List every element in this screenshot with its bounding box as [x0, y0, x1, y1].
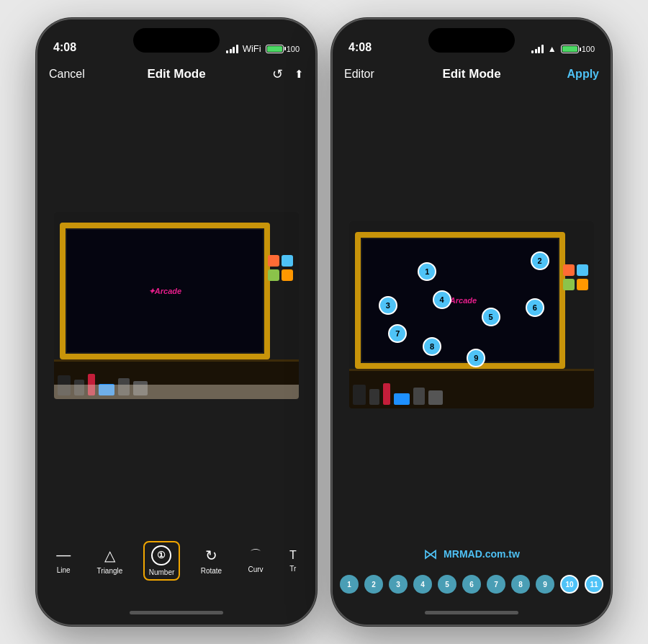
shelf-bottom-right	[349, 369, 594, 408]
photo-right: ✦Arcade	[349, 221, 594, 408]
wifi-icon-left: WiFi	[243, 43, 261, 54]
line-label: Line	[57, 566, 71, 574]
signal-icon-right	[531, 45, 544, 53]
app-icon-row-r1	[563, 264, 588, 276]
badge-8[interactable]: 8	[423, 337, 441, 356]
app-icon-4	[282, 269, 293, 281]
number-label: Number	[149, 568, 175, 576]
num-btn-9[interactable]: 9	[536, 575, 554, 594]
app-icon-r1	[563, 264, 575, 276]
tool-curve[interactable]: ⌒ Curv	[243, 543, 269, 578]
num-btn-8[interactable]: 8	[511, 575, 530, 594]
nav-actions-left: ↺ ⬆	[240, 66, 305, 82]
dynamic-island-left	[133, 28, 220, 53]
home-indicator-left	[37, 600, 315, 625]
badge-4[interactable]: 4	[433, 290, 451, 309]
home-bar-right	[425, 611, 518, 614]
number-icon: ①	[151, 545, 171, 565]
badge-5[interactable]: 5	[482, 308, 500, 326]
text-label: Tr	[289, 565, 296, 573]
image-area-left: ✦Arcade	[37, 96, 315, 515]
rotate-icon: ↻	[205, 547, 217, 564]
product-r5	[413, 388, 425, 405]
tool-rotate[interactable]: ↻ Rotate	[195, 542, 228, 579]
numbers-strip: 1 2 3 4 5 6 7 8 9 10 11	[333, 568, 611, 600]
brand-logo-icon: ⋈	[423, 545, 438, 563]
editor-button[interactable]: Editor	[344, 68, 408, 81]
nav-bar-left: Cancel Edit Mode ↺ ⬆	[37, 58, 315, 90]
nav-bar-right: Editor Edit Mode Apply	[333, 58, 611, 90]
num-btn-1[interactable]: 1	[340, 575, 359, 594]
badge-6[interactable]: 6	[526, 298, 544, 317]
left-phone-screen: 4:08 WiFi 100	[37, 19, 315, 625]
tools-row-left: — Line △ Triangle ① Number ↻ Rotate	[37, 521, 315, 600]
tool-number[interactable]: ① Number	[143, 541, 181, 581]
product-r2	[369, 389, 379, 405]
nav-actions-right: Apply	[536, 68, 600, 81]
app-icons-left	[268, 255, 293, 281]
badge-3[interactable]: 3	[379, 296, 397, 315]
bottom-toolbar-left: — Line △ Triangle ① Number ↻ Rotate	[37, 521, 315, 600]
tool-triangle[interactable]: △ Triangle	[91, 542, 129, 579]
app-icon-row-1	[268, 255, 293, 267]
curve-icon: ⌒	[250, 547, 261, 563]
text-icon: T	[289, 549, 297, 562]
brand-text: MRMAD.com.tw	[444, 548, 520, 560]
photo-left: ✦Arcade	[54, 212, 299, 399]
num-btn-2[interactable]: 2	[364, 575, 383, 594]
app-icon-row-2	[268, 269, 293, 281]
floor-area-left	[54, 385, 299, 399]
signal-icon-left	[226, 45, 238, 53]
product-r3	[383, 383, 390, 405]
app-icon-1	[268, 255, 279, 267]
apply-button[interactable]: Apply	[567, 68, 599, 81]
product-r1	[353, 385, 366, 405]
dynamic-island-right	[428, 28, 515, 53]
num-btn-4[interactable]: 4	[413, 575, 432, 594]
badge-9[interactable]: 9	[467, 349, 485, 367]
curve-label: Curv	[248, 565, 264, 573]
status-icons-right: ▲ 100	[531, 44, 595, 54]
tv-screen-left: ✦Arcade	[67, 230, 263, 352]
tool-text[interactable]: T Tr	[284, 545, 302, 577]
app-icon-r3	[563, 279, 575, 290]
rotate-label: Rotate	[201, 567, 222, 575]
num-btn-10[interactable]: 10	[560, 575, 579, 594]
badge-2[interactable]: 2	[531, 251, 549, 270]
status-icons-left: WiFi 100	[226, 43, 300, 54]
line-icon: —	[56, 547, 71, 563]
photo-content-right: ✦Arcade	[349, 221, 594, 408]
num-btn-7[interactable]: 7	[487, 575, 505, 594]
battery-icon-left: 100	[266, 45, 300, 53]
refresh-icon-left[interactable]: ↺	[272, 66, 283, 82]
branding-area: ⋈ MRMAD.com.tw	[333, 540, 611, 568]
left-phone-frame: 4:08 WiFi 100	[36, 18, 317, 626]
num-btn-11[interactable]: 11	[585, 575, 603, 594]
triangle-icon: △	[104, 547, 115, 564]
right-phone-frame: 4:08 ▲ 100	[331, 18, 612, 626]
app-icons-right	[563, 264, 588, 290]
arcade-logo-left: ✦Arcade	[148, 287, 181, 296]
battery-icon-right: 100	[561, 45, 595, 53]
app-icon-r2	[577, 264, 588, 276]
product-r6	[428, 390, 443, 405]
triangle-label: Triangle	[97, 567, 123, 575]
app-icon-row-r2	[563, 279, 588, 290]
wifi-icon-right: ▲	[548, 44, 557, 54]
right-phone-screen: 4:08 ▲ 100	[333, 19, 611, 625]
photo-content-left: ✦Arcade	[54, 212, 299, 399]
num-btn-6[interactable]: 6	[462, 575, 481, 594]
app-icon-r4	[577, 279, 588, 290]
edit-mode-title-right: Edit Mode	[408, 67, 536, 81]
cancel-button[interactable]: Cancel	[49, 68, 113, 81]
share-icon-left[interactable]: ⬆	[294, 68, 304, 81]
image-area-right: ✦Arcade	[333, 96, 611, 534]
shelf-products-right	[353, 383, 590, 405]
num-btn-5[interactable]: 5	[438, 575, 456, 594]
edit-mode-title-left: Edit Mode	[113, 67, 240, 81]
app-icon-2	[282, 255, 293, 267]
tool-line[interactable]: — Line	[50, 542, 76, 578]
num-btn-3[interactable]: 3	[389, 575, 408, 594]
right-phone: 4:08 ▲ 100	[331, 18, 612, 626]
home-indicator-right	[333, 600, 611, 625]
